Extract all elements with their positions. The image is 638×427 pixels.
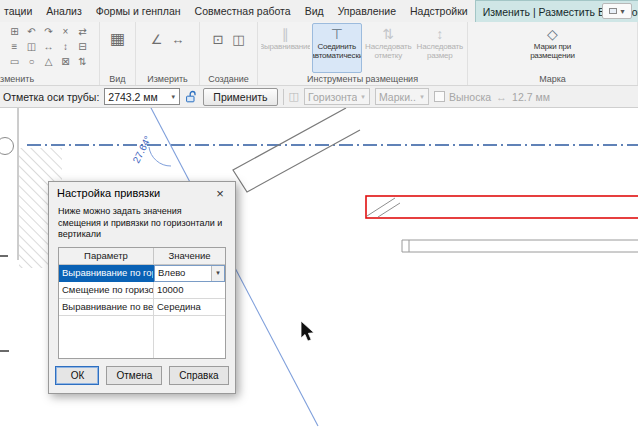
leader-offset-value: 12.7 мм: [512, 91, 550, 103]
tab-annotations[interactable]: тации: [0, 0, 39, 22]
tab-massing-site[interactable]: Формы и генплан: [89, 0, 188, 22]
separator: [283, 89, 284, 105]
modify-tool-icon[interactable]: ↷: [40, 24, 57, 39]
chevron-down-icon[interactable]: ▾: [167, 93, 179, 101]
modify-tool-icon[interactable]: ×: [57, 24, 74, 39]
justify-button[interactable]: ∥ Выравнивание: [260, 23, 311, 73]
tab-collaborate[interactable]: Совместная работа: [188, 0, 298, 22]
auto-connect-icon: ⊤: [331, 26, 343, 42]
panel-measure: ∠ ↔ Измерить: [136, 22, 200, 85]
value-combo-horizontal-justification[interactable]: Влево ▾: [154, 265, 225, 282]
value-cell-vertical-justification[interactable]: Середина: [154, 299, 225, 316]
offset-value: 2743.2 мм: [105, 91, 167, 103]
panel-view: ▦ Вид: [100, 22, 136, 85]
modify-tool-icon[interactable]: ≡: [6, 39, 23, 54]
chevron-down-icon: ▾: [357, 93, 369, 101]
settings-table: Параметр Значение Выравнивание по гори В…: [58, 247, 226, 359]
modify-tool-icon[interactable]: ↔: [40, 39, 57, 54]
auto-connect-label: Соединить автоматически: [312, 42, 363, 60]
tags-combo[interactable]: Марки... ▾: [375, 88, 429, 105]
panel-placement-tools: ∥ Выравнивание ⊤ Соединить автоматически…: [258, 22, 468, 85]
ribbon: ⊞ ↶ ↷ × ⇄ ≡ ◫ ↔ ↕ ⊟ ▭ ○ △ ⊠ ⇅ зменить ▦ …: [0, 22, 638, 86]
panel-label-placement-tools: Инструменты размещения: [258, 74, 467, 84]
chevron-down-icon[interactable]: ▾: [211, 266, 224, 281]
column-header-value: Значение: [154, 248, 225, 265]
cancel-button[interactable]: Отмена: [106, 366, 162, 385]
table-row: Выравнивание по гори Влево ▾: [59, 265, 225, 282]
modify-tool-icon[interactable]: ⇅: [74, 54, 91, 69]
modify-tool-icon[interactable]: ◫: [23, 39, 40, 54]
modify-tool-icon[interactable]: ⊟: [74, 39, 91, 54]
distance-measure-icon[interactable]: ↔: [171, 32, 184, 47]
justification-icon: ◫: [289, 90, 299, 103]
create-group-icon[interactable]: ⊡: [212, 32, 223, 47]
table-row: Выравнивание по верт Середина: [59, 299, 225, 316]
table-row: Смещение по горизон 10000: [59, 282, 225, 299]
tag-on-placement-button[interactable]: ◇ Марки при размещении: [520, 23, 586, 73]
apply-button[interactable]: Применить: [203, 88, 277, 106]
modify-tool-icon[interactable]: ⊞: [6, 24, 23, 39]
grid-bubble: [0, 138, 14, 155]
angle-arc: [149, 147, 171, 166]
modify-tool-icon[interactable]: ○: [23, 54, 40, 69]
modify-tool-icon[interactable]: ⊠: [57, 54, 74, 69]
duct-highlight: [366, 196, 638, 218]
tab-view[interactable]: Вид: [298, 0, 331, 22]
duct-fitting-lines: [367, 198, 400, 217]
duct-outline: [233, 108, 360, 192]
horizontal-justification-combo[interactable]: Горизонта ▾: [304, 88, 370, 105]
modify-tool-icon[interactable]: ↕: [57, 39, 74, 54]
justify-icon: ∥: [282, 26, 289, 42]
lock-open-icon[interactable]: [185, 90, 198, 104]
param-cell-horizontal-justification[interactable]: Выравнивание по гори: [59, 265, 154, 282]
wall-outline: [402, 240, 638, 252]
dialog-title-bar[interactable]: Настройка привязки ×: [49, 182, 235, 204]
offset-combo[interactable]: 2743.2 мм ▾: [104, 88, 180, 105]
checkbox-icon: [434, 91, 445, 102]
modify-tool-icon[interactable]: ⇄: [74, 24, 91, 39]
inherit-elevation-button[interactable]: ⇅ Наследовать отметку: [363, 23, 414, 73]
param-cell-horizontal-offset[interactable]: Смещение по горизон: [59, 282, 154, 299]
inherit-size-button[interactable]: ↕ Наследовать размер: [415, 23, 466, 73]
close-icon[interactable]: ×: [205, 182, 235, 204]
table-empty-area: [59, 316, 225, 358]
ribbon-display-toggle-button[interactable]: ▾: [602, 3, 632, 19]
table-header-row: Параметр Значение: [59, 248, 225, 265]
leader-checkbox-label: Выноска: [449, 91, 491, 103]
create-similar-icon[interactable]: ◫: [232, 32, 244, 47]
angle-measure-icon[interactable]: ∠: [151, 32, 163, 47]
dialog-title: Настройка привязки: [57, 187, 160, 199]
help-button[interactable]: Справка: [169, 366, 228, 385]
modify-tool-icon[interactable]: ↶: [23, 24, 40, 39]
offset-label: Отметка оси трубы:: [3, 91, 99, 103]
inherit-elevation-label: Наследовать отметку: [364, 42, 413, 60]
tab-addins[interactable]: Надстройки: [403, 0, 475, 22]
ok-button[interactable]: ОК: [55, 366, 99, 385]
tab-analyze[interactable]: Анализ: [39, 0, 88, 22]
panel-tag: ◇ Марки при размещении Марка: [468, 22, 638, 85]
horizontal-justification-value: Горизонта: [305, 91, 357, 103]
param-cell-vertical-justification[interactable]: Выравнивание по верт: [59, 299, 154, 316]
ribbon-state-icon: [609, 8, 617, 14]
tag-icon: ◇: [547, 26, 558, 42]
tab-manage[interactable]: Управление: [331, 0, 403, 22]
panel-label-tag: Марка: [468, 74, 637, 84]
tags-value: Марки...: [376, 91, 416, 103]
value-cell-horizontal-offset[interactable]: 10000: [154, 282, 225, 299]
auto-connect-button[interactable]: ⊤ Соединить автоматически: [312, 23, 363, 73]
options-bar: Отметка оси трубы: 2743.2 мм ▾ Применить…: [0, 86, 638, 108]
leader-checkbox[interactable]: Выноска: [434, 91, 491, 103]
inherit-size-label: Наследовать размер: [416, 42, 465, 60]
ribbon-tab-bar: тации Анализ Формы и генплан Совместная …: [0, 0, 638, 22]
panel-label-measure: Измерить: [136, 74, 199, 84]
revit-window: тации Анализ Формы и генплан Совместная …: [0, 0, 638, 427]
modify-tool-icon[interactable]: ▭: [6, 54, 23, 69]
leader-length-icon: ↔: [496, 91, 507, 103]
justify-label: Выравнивание: [260, 42, 311, 51]
view-tool-icon[interactable]: ▦: [100, 30, 135, 48]
modify-tool-icon[interactable]: △: [40, 54, 57, 69]
dialog-description: Ниже можно задать значения смещения и пр…: [49, 204, 235, 247]
inherit-elevation-icon: ⇅: [382, 26, 394, 42]
inherit-size-icon: ↕: [436, 26, 443, 42]
combo-value: Влево: [158, 267, 185, 278]
